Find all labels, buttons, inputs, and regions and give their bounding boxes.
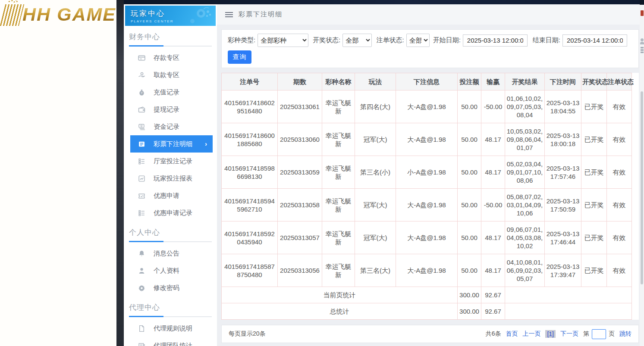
bet-cell: 401569174185986698130 <box>222 156 278 189</box>
right-edge-strip <box>640 0 644 346</box>
bet-cell: 401569174185878750480 <box>222 254 278 287</box>
order-status-select[interactable]: 全部 <box>406 34 430 47</box>
bet-cell: 2025-03-13 17:57:46 <box>545 156 581 189</box>
column-header: 开奖结果 <box>505 73 545 90</box>
sidebar-item-label: 取款专区 <box>154 71 179 79</box>
topbar: 彩票下注明细 <box>217 4 640 25</box>
bet-table: 注单号期数彩种名称玩法下注信息投注额输赢开奖结果下注时间开奖状态注单状态 401… <box>221 73 632 320</box>
sidebar-item[interactable]: 优惠申请› <box>124 187 217 204</box>
bet-cell: 大-A盘@1.98 <box>396 123 458 156</box>
sidebar-section-title: 个人中心 <box>129 228 212 237</box>
bet-cell: 有效 <box>607 254 632 287</box>
text-fragment <box>641 47 644 53</box>
column-header: 输赢 <box>481 73 505 90</box>
summary-winloss-total: 92.67 <box>481 287 505 303</box>
column-header: 开奖状态 <box>581 73 607 90</box>
bet-cell: 冠军(大) <box>355 189 396 221</box>
pagination: 共6条 首页 上一页 [1] 下一页 第 页 跳转 <box>486 329 631 339</box>
bet-cell: 401569174185920435940 <box>222 221 278 254</box>
column-header: 投注额 <box>458 73 481 90</box>
jump-page-input[interactable] <box>592 329 606 339</box>
sidebar-item-label: 厅室投注记录 <box>154 157 192 165</box>
top-dark-bar <box>116 0 644 4</box>
bet-cell: 已开奖 <box>581 254 607 287</box>
sidebar-item[interactable]: 提现记录› <box>124 101 217 118</box>
bet-cell: 50.00 <box>458 189 481 221</box>
sidebar-item[interactable]: 消息公告› <box>124 245 217 262</box>
sidebar-item[interactable]: 取款专区› <box>124 66 217 84</box>
bet-row: 40156917418602951648020250313061幸运飞艇新第四名… <box>222 90 632 123</box>
bet-cell: 2025-03-13 18:04:55 <box>545 90 581 123</box>
sidebar-item[interactable]: 资金记录› <box>124 118 217 135</box>
svg-text:Y: Y <box>141 91 143 94</box>
scrollbar-thumb[interactable] <box>641 91 643 284</box>
sidebar-section-title: 代理中心 <box>129 302 212 312</box>
bet-cell: 20250313057 <box>278 221 322 254</box>
bet-cell: 有效 <box>607 189 632 221</box>
sidebar-item[interactable]: 厅室投注记录› <box>124 153 217 170</box>
column-header: 玩法 <box>355 73 396 90</box>
column-header: 注单状态 <box>607 73 632 90</box>
end-date-input[interactable] <box>562 34 627 47</box>
bet-cell: 48.17 <box>481 156 505 189</box>
right-strip-dark-top <box>640 0 644 5</box>
bet-cell: 有效 <box>607 221 632 254</box>
sidebar-item[interactable]: 优惠申请记录› <box>124 204 217 221</box>
page-title: 彩票下注明细 <box>239 10 283 19</box>
bet-cell: 冠军(大) <box>355 123 396 156</box>
draw-status-label: 开奖状态: <box>313 36 340 44</box>
draw-status-select[interactable]: 全部 <box>342 34 372 47</box>
sidebar-item[interactable]: 修改密码› <box>124 279 217 296</box>
main-area: 彩票下注明细 彩种类型: 全部彩种 开奖状态: 全部 注单状态: 全部 开始日期… <box>217 4 640 346</box>
sidebar-item-label: 玩家投注报表 <box>154 175 192 183</box>
sidebar-section: 个人中心消息公告›个人资料›修改密码› <box>124 228 217 296</box>
bet-cell: 2025-03-13 17:50:59 <box>545 189 581 221</box>
bet-cell: 冠军(大) <box>355 221 396 254</box>
summary-bet-total: 300.00 <box>458 303 481 320</box>
column-header: 下注时间 <box>545 73 581 90</box>
lottery-detail-icon <box>138 140 145 148</box>
search-button[interactable]: 查询 <box>228 50 251 64</box>
funds-icon <box>138 123 145 131</box>
sidebar-header: 玩家中心 PLAYERS CENTER <box>125 6 216 26</box>
sidebar-item[interactable]: 玩家投注报表› <box>124 170 217 187</box>
bet-cell: 大-A盘@1.98 <box>396 221 458 254</box>
section-underline <box>129 316 212 317</box>
bet-cell: 幸运飞艇新 <box>322 254 355 287</box>
order-status-label: 注单状态: <box>376 36 404 44</box>
start-date-input[interactable] <box>463 34 528 47</box>
bet-cell: 已开奖 <box>581 90 607 123</box>
sidebar-item-label: 存款专区 <box>154 54 179 62</box>
news-icon <box>138 342 145 346</box>
bet-cell: -50.00 <box>481 90 505 123</box>
summary-empty-cell <box>505 303 632 320</box>
next-page-link[interactable]: 下一页 <box>560 330 578 338</box>
sidebar-item-label: 提现记录 <box>154 106 179 114</box>
sidebar-item[interactable]: 个人资料› <box>124 262 217 279</box>
sidebar-item[interactable]: 存款专区› <box>124 49 217 66</box>
prev-page-link[interactable]: 上一页 <box>522 330 540 338</box>
bet-cell: -50.00 <box>481 189 505 221</box>
sidebar-item-label: 优惠申请记录 <box>154 209 192 217</box>
bet-cell: 20250313056 <box>278 254 322 287</box>
first-page-link[interactable]: 首页 <box>506 330 518 338</box>
bet-cell: 50.00 <box>458 156 481 189</box>
current-page-badge[interactable]: [1] <box>545 330 556 338</box>
bet-cell: 有效 <box>607 123 632 156</box>
bet-table-panel: 注单号期数彩种名称玩法下注信息投注额输赢开奖结果下注时间开奖状态注单状态 401… <box>221 73 639 320</box>
bet-cell: 第三名(大) <box>355 254 396 287</box>
sidebar-item[interactable]: 代理团队统计› <box>124 337 217 346</box>
jump-button[interactable]: 跳转 <box>619 330 631 338</box>
sidebar-item[interactable]: 代理规则说明› <box>124 320 217 337</box>
filter-panel: 彩种类型: 全部彩种 开奖状态: 全部 注单状态: 全部 开始日期: 结束日期:… <box>221 29 639 68</box>
menu-toggle-icon[interactable] <box>225 12 233 17</box>
bet-cell: 20250313061 <box>278 90 322 123</box>
sidebar-item[interactable]: Y充值记录› <box>124 84 217 101</box>
bet-cell: 幸运飞艇新 <box>322 123 355 156</box>
brand-logo: HH GAME <box>3 2 116 27</box>
sidebar-item[interactable]: 彩票下注明细› <box>130 135 213 153</box>
bet-cell: 幸运飞艇新 <box>322 189 355 221</box>
logo-panel: HH GAME <box>0 0 116 346</box>
lottery-type-select[interactable]: 全部彩种 <box>258 34 308 47</box>
bet-cell: 已开奖 <box>581 221 607 254</box>
